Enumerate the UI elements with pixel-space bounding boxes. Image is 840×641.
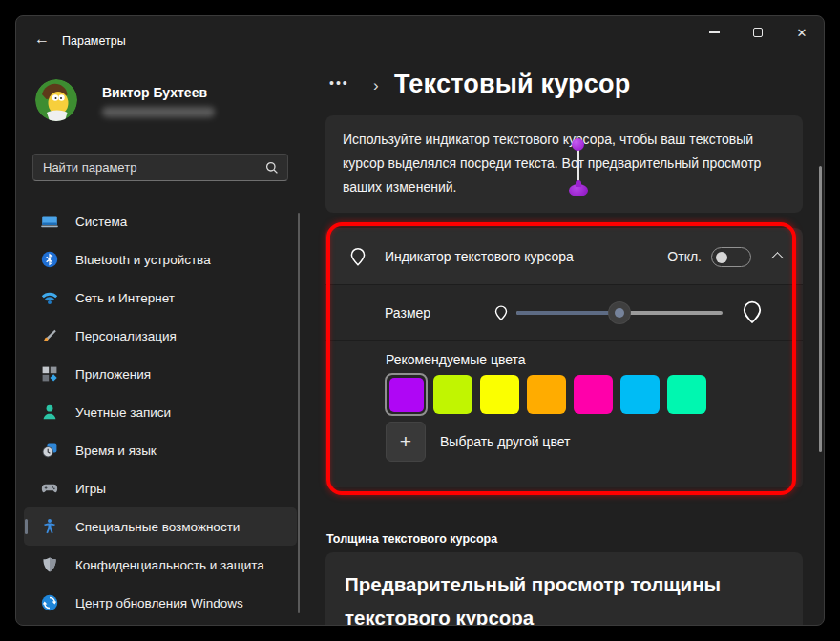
- close-button[interactable]: ✕: [780, 16, 824, 49]
- sidebar-item-personalization[interactable]: Персонализация: [24, 317, 297, 355]
- page-title: Текстовый курсор: [394, 70, 630, 99]
- sidebar-item-privacy[interactable]: Конфиденциальность и защита: [24, 546, 297, 584]
- network-icon: [40, 288, 59, 307]
- time-icon: [40, 441, 59, 460]
- sidebar-item-bluetooth[interactable]: Bluetooth и устройства: [24, 240, 297, 279]
- chevron-up-icon[interactable]: [771, 252, 784, 264]
- maximize-button[interactable]: [736, 16, 780, 49]
- recommended-colors-label: Рекомендуемые цвета: [386, 352, 526, 367]
- personalization-icon: [40, 326, 59, 345]
- sidebar-item-label: Конфиденциальность и защита: [75, 558, 264, 572]
- indicator-header-row[interactable]: Индикатор текстового курсора Откл.: [326, 228, 803, 285]
- sidebar-item-system[interactable]: Система: [24, 202, 297, 240]
- sidebar-item-accessibility[interactable]: Специальные возможности: [24, 507, 297, 546]
- breadcrumb-chevron-icon: ›: [373, 76, 379, 95]
- color-swatch[interactable]: [620, 375, 660, 414]
- breadcrumb-ellipsis-button[interactable]: •••: [329, 75, 349, 91]
- size-slider[interactable]: [516, 303, 723, 322]
- apps-icon: [40, 364, 59, 383]
- plus-icon: +: [400, 430, 411, 453]
- window-title: Параметры: [62, 34, 126, 48]
- indicator-title: Индикатор текстового курсора: [385, 249, 574, 264]
- maximize-icon: [753, 28, 763, 37]
- minimize-button[interactable]: [692, 16, 736, 49]
- text-cursor-pin-icon: [346, 245, 369, 268]
- sidebar-item-label: Специальные возможности: [75, 520, 240, 534]
- sidebar-item-label: Центр обновления Windows: [75, 596, 243, 610]
- screenshot-stage: ← Параметры ✕ Виктор Бухтеев: [0, 0, 840, 641]
- toggle-state-label: Откл.: [667, 249, 702, 264]
- sidebar-item-time-language[interactable]: Время и язык: [24, 431, 297, 469]
- close-icon: ✕: [797, 27, 808, 39]
- update-icon: [40, 593, 59, 612]
- sidebar-item-network[interactable]: Сеть и Интернет: [24, 279, 297, 317]
- thickness-preview-card: Предварительный просмотр толщины текстов…: [326, 552, 803, 626]
- back-button[interactable]: ←: [30, 28, 54, 51]
- sidebar-item-apps[interactable]: Приложения: [24, 355, 297, 393]
- privacy-icon: [40, 555, 59, 574]
- search-icon: [264, 160, 287, 176]
- sidebar-item-label: Персонализация: [75, 329, 177, 343]
- size-row: Размер: [326, 285, 803, 341]
- large-size-pin-icon: [738, 297, 766, 327]
- avatar[interactable]: [35, 79, 77, 121]
- sidebar-item-label: Система: [75, 215, 127, 229]
- sidebar-nav: СистемаBluetooth и устройстваСеть и Инте…: [24, 202, 297, 622]
- settings-window: ← Параметры ✕ Виктор Бухтеев: [15, 15, 825, 626]
- color-swatch[interactable]: [433, 375, 472, 414]
- accessibility-icon: [40, 517, 59, 536]
- user-email-blurred: [102, 107, 215, 117]
- back-icon: ←: [34, 31, 50, 48]
- window-controls: ✕: [692, 16, 824, 49]
- sidebar-item-label: Bluetooth и устройства: [75, 253, 211, 267]
- thickness-preview-text: Предварительный просмотр толщины текстов…: [345, 568, 746, 626]
- swatch-row: [385, 373, 714, 416]
- bluetooth-icon: [40, 250, 59, 269]
- color-swatch[interactable]: [480, 375, 519, 414]
- accounts-icon: [40, 403, 59, 422]
- sidebar-scrollbar[interactable]: [298, 213, 300, 613]
- color-swatch[interactable]: [667, 375, 706, 414]
- description-text: Используйте индикатор текстового курсора…: [343, 128, 789, 199]
- slider-thumb[interactable]: [609, 302, 630, 323]
- avatar-image: [35, 79, 77, 121]
- selected-accent-bar: [25, 519, 28, 534]
- search-box: [32, 154, 288, 181]
- color-swatch[interactable]: [527, 375, 566, 414]
- sidebar-item-label: Приложения: [75, 367, 151, 382]
- thickness-section-label: Толщина текстового курсора: [326, 532, 497, 546]
- indicator-toggle[interactable]: [711, 247, 751, 267]
- search-input[interactable]: [33, 160, 264, 175]
- sidebar-item-label: Игры: [75, 482, 106, 496]
- sidebar-item-games[interactable]: Игры: [24, 469, 297, 507]
- sidebar-item-label: Сеть и Интернет: [75, 291, 175, 305]
- pick-custom-color-button[interactable]: +: [386, 422, 426, 462]
- description-card: Используйте индикатор текстового курсора…: [326, 115, 803, 213]
- main-scrollbar[interactable]: [819, 166, 822, 452]
- small-size-pin-icon: [492, 302, 511, 323]
- colors-row: Рекомендуемые цвета + Выбрать другой цве…: [326, 341, 803, 487]
- system-icon: [40, 212, 59, 231]
- sidebar-item-windows-update[interactable]: Центр обновления Windows: [24, 584, 297, 622]
- color-swatch-selected[interactable]: [385, 373, 428, 416]
- user-name: Виктор Бухтеев: [102, 85, 207, 100]
- sidebar-item-label: Время и язык: [75, 444, 157, 458]
- sidebar-item-accounts[interactable]: Учетные записи: [24, 393, 297, 431]
- games-icon: [40, 479, 59, 498]
- minimize-icon: [709, 31, 720, 32]
- size-label: Размер: [385, 305, 430, 320]
- pick-color-label: Выбрать другой цвет: [440, 434, 570, 449]
- color-swatch-fill: [389, 378, 424, 412]
- sidebar-item-label: Учетные записи: [75, 405, 171, 420]
- slider-fill: [516, 311, 620, 315]
- toggle-knob: [716, 252, 727, 263]
- text-cursor-indicator-expander: Индикатор текстового курсора Откл. Разме…: [326, 228, 803, 489]
- color-swatch[interactable]: [574, 375, 613, 414]
